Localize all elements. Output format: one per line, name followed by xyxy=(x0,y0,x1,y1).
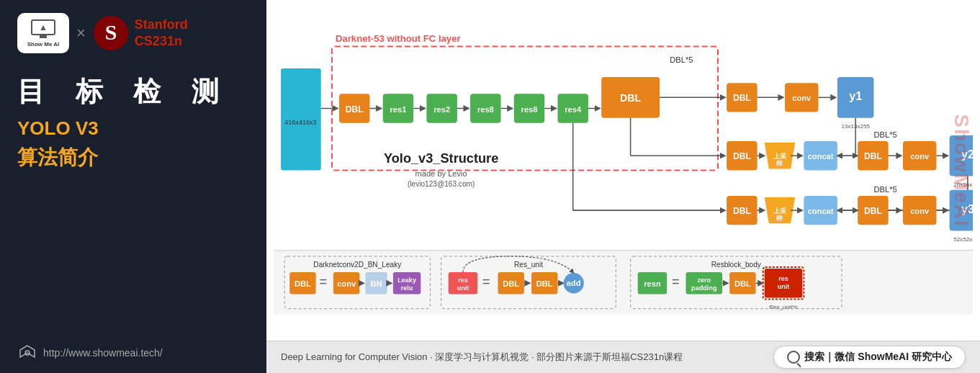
svg-text:relu: relu xyxy=(401,284,413,292)
svg-text:unit: unit xyxy=(457,284,469,292)
svg-text:Resblock_body: Resblock_body xyxy=(711,261,762,269)
svg-text:样: 样 xyxy=(776,215,783,222)
logo-text: Show Me AI xyxy=(27,41,60,48)
svg-text:conv: conv xyxy=(910,207,930,215)
logo-area: ▲ Show Me AI × S Stanford CS231n xyxy=(17,13,249,53)
svg-text:Res_unit: Res_unit xyxy=(514,261,543,269)
svg-text:DBL: DBL xyxy=(536,279,553,288)
svg-text:padding: padding xyxy=(691,284,716,292)
svg-text:DBL: DBL xyxy=(864,151,883,161)
svg-text:DBL: DBL xyxy=(733,93,752,103)
stanford-s-icon: S xyxy=(93,15,129,51)
svg-text:unit: unit xyxy=(778,283,790,290)
svg-text:Darknetconv2D_BN_Leaky: Darknetconv2D_BN_Leaky xyxy=(313,261,402,269)
svg-text:=: = xyxy=(319,274,327,289)
website-icon xyxy=(17,343,37,363)
svg-text:416x416x3: 416x416x3 xyxy=(284,119,317,126)
svg-text:(levio123@163.com): (levio123@163.com) xyxy=(408,180,475,188)
website-url[interactable]: http://www.showmeai.tech/ xyxy=(43,347,163,359)
svg-text:DBL*5: DBL*5 xyxy=(874,185,897,194)
search-icon xyxy=(787,351,800,364)
bottom-description: Deep Learning for Computer Vision · 深度学习… xyxy=(281,351,683,364)
svg-text:Darknet-53 without FC layer: Darknet-53 without FC layer xyxy=(336,33,461,44)
svg-text:conv: conv xyxy=(792,94,812,102)
svg-text:DBL: DBL xyxy=(734,279,751,288)
svg-text:Yolo_v3_Structure: Yolo_v3_Structure xyxy=(384,151,498,166)
svg-text:res8: res8 xyxy=(521,105,538,114)
svg-text:上采: 上采 xyxy=(773,153,787,160)
svg-text:made by Levio: made by Levio xyxy=(415,169,467,178)
network-diagram: 416x416x3 Darknet-53 without FC layer DB… xyxy=(274,7,973,333)
svg-text:BN: BN xyxy=(371,279,382,288)
svg-text:Leaky: Leaky xyxy=(397,277,417,284)
svg-text:Res_unit*n: Res_unit*n xyxy=(769,304,798,310)
yolo-label: YOLO V3 xyxy=(17,117,249,140)
svg-text:y2: y2 xyxy=(961,148,973,161)
svg-text:DBL: DBL xyxy=(733,206,752,216)
svg-text:26x26x255: 26x26x255 xyxy=(953,181,973,188)
search-box[interactable]: 搜索｜微信 ShowMeAI 研究中心 xyxy=(773,346,966,369)
monitor-icon: ▲ xyxy=(31,19,55,35)
diagram-area: 416x416x3 Darknet-53 without FC layer DB… xyxy=(266,0,980,341)
svg-text:res8: res8 xyxy=(477,105,494,114)
svg-text:样: 样 xyxy=(776,160,783,167)
svg-text:DBL: DBL xyxy=(346,104,364,114)
svg-text:concat: concat xyxy=(808,152,834,161)
arrow-icon: ▲ xyxy=(39,23,48,32)
website-row[interactable]: http://www.showmeai.tech/ xyxy=(17,343,249,363)
svg-text:conv: conv xyxy=(910,152,930,161)
svg-text:S: S xyxy=(105,20,117,44)
svg-text:res1: res1 xyxy=(390,105,407,114)
svg-text:concat: concat xyxy=(808,207,834,215)
svg-text:y3: y3 xyxy=(961,202,973,215)
right-panel: 416x416x3 Darknet-53 without FC layer DB… xyxy=(266,0,980,373)
svg-text:DBL*5: DBL*5 xyxy=(670,55,693,64)
svg-text:zero: zero xyxy=(697,277,711,284)
svg-text:52x52x255: 52x52x255 xyxy=(953,236,973,243)
svg-text:=: = xyxy=(672,274,680,289)
svg-text:DBL: DBL xyxy=(503,279,519,288)
svg-text:y1: y1 xyxy=(849,89,862,102)
bottom-bar: Deep Learning for Computer Vision · 深度学习… xyxy=(266,341,980,373)
stanford-line2: CS231n xyxy=(135,33,188,50)
svg-text:DBL*5: DBL*5 xyxy=(874,130,897,139)
svg-text:DBL: DBL xyxy=(295,279,311,288)
svg-text:DBL: DBL xyxy=(864,206,883,216)
stanford-text: Stanford CS231n xyxy=(135,17,188,50)
page-title: 目 标 检 测 xyxy=(17,73,249,110)
svg-text:=: = xyxy=(482,274,490,289)
search-label: 搜索｜微信 ShowMeAI 研究中心 xyxy=(804,351,952,364)
stanford-logo: S Stanford CS231n xyxy=(93,15,188,51)
svg-text:res2: res2 xyxy=(433,105,450,114)
svg-text:res4: res4 xyxy=(565,105,582,114)
algo-intro: 算法简介 xyxy=(17,144,249,171)
showmeai-logo: ▲ Show Me AI xyxy=(17,13,69,53)
svg-text:DBL: DBL xyxy=(620,92,641,104)
left-panel: ▲ Show Me AI × S Stanford CS231n 目 标 检 测… xyxy=(0,0,266,373)
stanford-line1: Stanford xyxy=(135,17,188,33)
svg-text:res: res xyxy=(778,275,788,282)
times-symbol: × xyxy=(76,24,86,42)
svg-text:resn: resn xyxy=(644,279,661,288)
svg-text:上采: 上采 xyxy=(773,207,787,215)
svg-text:conv: conv xyxy=(337,279,356,288)
svg-text:add: add xyxy=(567,279,581,287)
svg-text:res: res xyxy=(458,277,468,284)
svg-text:DBL: DBL xyxy=(733,151,752,161)
